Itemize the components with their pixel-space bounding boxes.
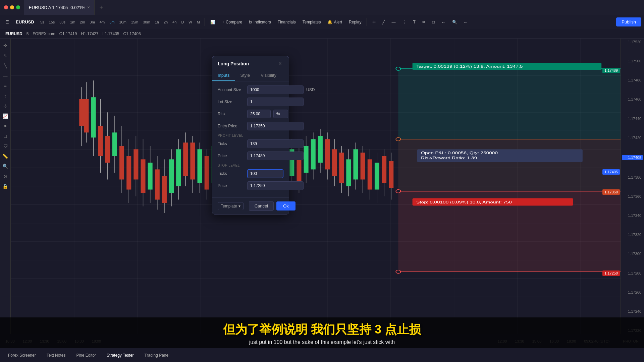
tf-15m[interactable]: 15m <box>129 19 140 25</box>
maximize-window-btn[interactable] <box>16 5 20 9</box>
risk-input[interactable] <box>247 110 271 118</box>
tf-w[interactable]: W <box>186 19 194 25</box>
svg-point-31 <box>396 67 400 70</box>
entry-price-input[interactable] <box>247 122 304 130</box>
measure-btn[interactable]: ↔ <box>439 18 448 26</box>
add-tab-btn[interactable]: + <box>95 0 108 15</box>
account-size-unit: USD <box>306 87 316 92</box>
tf-2m[interactable]: 2m <box>78 19 87 25</box>
svg-rect-118 <box>339 153 344 183</box>
profit-price-input[interactable] <box>247 152 304 160</box>
strategy-tester-btn[interactable]: Strategy Tester <box>104 352 136 359</box>
dialog-close-btn[interactable]: × <box>277 60 283 67</box>
tab-style[interactable]: Style <box>235 70 255 81</box>
risk-unit-select[interactable]: % USD <box>273 110 288 118</box>
tab-inputs[interactable]: Inputs <box>212 70 235 81</box>
forecast-tool-btn[interactable]: 📈 <box>1 112 10 120</box>
alert-btn[interactable]: 🔔 Alert <box>325 18 345 26</box>
brush-btn[interactable]: ✏ <box>420 18 428 26</box>
entry-price-badge: 1.17350 <box>602 189 620 195</box>
tf-10m[interactable]: 10m <box>117 19 128 25</box>
tf-2h[interactable]: 2h <box>162 19 170 25</box>
crosshair-btn[interactable]: ✛ <box>370 18 378 26</box>
lot-size-input[interactable] <box>247 98 304 106</box>
risk-label: Risk <box>218 112 245 116</box>
zoom-tool-btn[interactable]: 🔍 <box>1 162 10 171</box>
tf-d[interactable]: D <box>179 19 186 25</box>
svg-rect-130 <box>382 156 386 183</box>
shape-tool-btn[interactable]: □ <box>1 132 10 140</box>
hline-tool-btn[interactable]: — <box>1 71 10 80</box>
shape-btn[interactable]: □ <box>430 18 437 26</box>
stop-ticks-input[interactable] <box>248 170 283 177</box>
dialog-footer: Template ▾ Cancel Ok <box>212 197 289 214</box>
chart-type-btn[interactable]: 📊 <box>208 18 218 26</box>
current-price-badge: 1.17405 <box>602 169 620 175</box>
price-scale: 1.17520 1.17500 1.17480 1.17460 1.17440 … <box>621 39 644 334</box>
hline-btn[interactable]: — <box>389 18 398 26</box>
cursor-tool-btn[interactable]: ↖ <box>1 51 10 60</box>
replay-btn[interactable]: Replay <box>346 18 364 26</box>
svg-rect-44 <box>79 99 84 126</box>
tab-visibility[interactable]: Visibility <box>255 70 282 81</box>
menu-icon: ☰ <box>5 20 9 24</box>
forex-screener-btn[interactable]: Forex Screener <box>5 352 39 359</box>
tf-5m[interactable]: 5m <box>107 19 116 25</box>
tf-1m[interactable]: 1m <box>68 19 77 25</box>
magnet-tool-btn[interactable]: ⊙ <box>1 172 10 181</box>
menu-btn[interactable]: ☰ <box>3 18 12 26</box>
tf-1h[interactable]: 1h <box>153 19 161 25</box>
account-size-input[interactable] <box>247 85 304 94</box>
tf-4h[interactable]: 4h <box>170 19 178 25</box>
fib-tool-btn[interactable]: ↕ <box>1 92 10 100</box>
pattern-tool-btn[interactable]: ⊹ <box>1 102 10 110</box>
template-dropdown-btn[interactable]: Template ▾ <box>218 202 244 210</box>
compare-btn[interactable]: + Compare <box>219 18 245 26</box>
financials-btn[interactable]: Financials <box>275 18 299 26</box>
tab-close-icon[interactable]: × <box>87 5 90 10</box>
chart-tab[interactable]: EURUSD A 1.17405 -0.021% × <box>24 0 95 15</box>
more-tools-btn[interactable]: ··· <box>461 18 470 26</box>
stop-price-input[interactable] <box>247 181 304 190</box>
stop-ticks-row: Ticks ▲ ▼ <box>218 169 283 178</box>
price-tick: 1.17520 <box>622 40 643 44</box>
annotation-tool-btn[interactable]: 🗨 <box>1 142 10 150</box>
chart-tf-label: 5 <box>26 32 29 36</box>
tf-3m[interactable]: 3m <box>88 19 97 25</box>
brush-tool-btn[interactable]: ✒ <box>1 122 10 130</box>
svg-rect-52 <box>105 136 110 163</box>
trading-panel-btn[interactable]: Trading Panel <box>142 352 172 359</box>
chart-low: L1.17405 <box>102 32 119 36</box>
price-tick: 1.17340 <box>622 214 643 218</box>
chart-area[interactable]: Target: 0.00139 (0.12%) 13.9, Amount: 13… <box>11 39 644 334</box>
minimize-window-btn[interactable] <box>10 5 14 9</box>
channel-tool-btn[interactable]: ≡ <box>1 81 10 90</box>
tf-30m[interactable]: 30m <box>141 19 152 25</box>
tf-30s[interactable]: 30s <box>57 19 67 25</box>
tf-15s[interactable]: 15s <box>47 19 57 25</box>
pine-editor-btn[interactable]: Pine Editor <box>73 352 99 359</box>
lock-tool-btn[interactable]: 🔒 <box>1 182 10 191</box>
text-notes-btn[interactable]: Text Notes <box>44 352 68 359</box>
profit-ticks-input[interactable] <box>247 139 304 148</box>
crosshair-tool-btn[interactable]: ✛ <box>1 41 10 50</box>
zoom-btn[interactable]: 🔍 <box>449 18 460 26</box>
risk-row: Risk % USD <box>218 110 283 118</box>
subtitle-chinese: 但为了举例说明 我们只坚持 3 点止损 <box>223 321 421 338</box>
fib-btn[interactable]: ⋮ <box>399 18 409 26</box>
tf-5s[interactable]: 5s <box>38 19 46 25</box>
ok-btn[interactable]: Ok <box>276 201 296 210</box>
templates-btn[interactable]: Templates <box>300 18 324 26</box>
price-tick: 1.17360 <box>622 194 643 198</box>
trendline-tool-btn[interactable]: ╲ <box>1 61 10 70</box>
publish-btn[interactable]: Publish <box>616 17 641 26</box>
svg-rect-78 <box>198 149 202 183</box>
text-btn[interactable]: T <box>410 18 418 26</box>
indicators-btn[interactable]: fx Indicators <box>246 18 273 26</box>
cancel-btn[interactable]: Cancel <box>249 201 274 211</box>
ruler-tool-btn[interactable]: 📏 <box>1 152 10 161</box>
close-window-btn[interactable] <box>4 5 8 9</box>
trend-line-btn[interactable]: ╱ <box>380 18 387 26</box>
tf-m[interactable]: M <box>195 19 202 25</box>
tf-4m[interactable]: 4m <box>98 19 107 25</box>
